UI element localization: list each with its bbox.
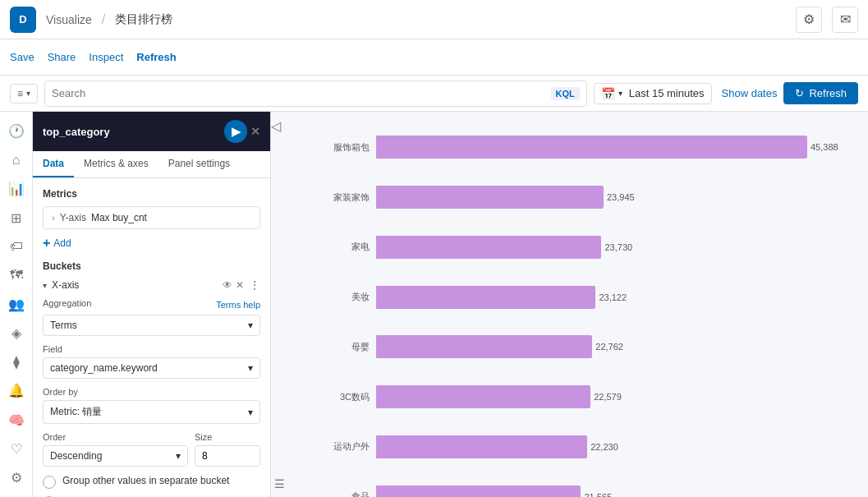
app-logo: D xyxy=(10,7,36,33)
bar-row: 美妆 23,122 xyxy=(327,286,807,309)
add-metric-row[interactable]: + Add xyxy=(43,236,260,251)
sidebar-icon-settings[interactable]: ⚙ xyxy=(3,465,30,490)
search-input-wrap: KQL xyxy=(44,81,587,107)
refresh-button[interactable]: ↻ Refresh xyxy=(783,82,858,104)
bar[interactable] xyxy=(376,485,581,497)
bar-label: 食品 xyxy=(327,490,370,497)
panel-header: top_category ▶ ✕ xyxy=(33,112,270,151)
field-select[interactable]: category_name.keyword ▾ xyxy=(43,357,260,379)
bar-row: 家装家饰 23,945 xyxy=(327,186,807,209)
share-button[interactable]: Share xyxy=(48,51,76,63)
chart-container: 服饰箱包 45,388 家装家饰 23,945 家电 23,730 美妆 23,… xyxy=(278,125,848,484)
bar-value: 23,730 xyxy=(604,242,842,252)
size-label: Size xyxy=(195,432,260,442)
aggregation-select[interactable]: Terms ▾ xyxy=(43,315,260,336)
order-by-value: Metric: 销量 xyxy=(50,405,102,419)
refresh-button-label: Refresh xyxy=(809,87,847,99)
bar-wrap: 23,945 xyxy=(376,186,807,209)
sidebar-icon-map[interactable]: 🗺 xyxy=(3,263,30,288)
bar-value: 23,945 xyxy=(607,192,842,202)
size-input[interactable] xyxy=(195,445,260,467)
bar-value: 22,230 xyxy=(590,442,842,452)
time-range-control[interactable]: 📅 ▾ Last 15 minutes xyxy=(594,83,712,104)
y-axis-label: Y-axis xyxy=(60,212,86,223)
bar-wrap: 22,579 xyxy=(376,385,807,408)
bar-value: 45,388 xyxy=(811,142,842,152)
filter-chevron-icon: ▾ xyxy=(26,89,30,98)
tab-panel-settings[interactable]: Panel settings xyxy=(158,151,240,177)
filter-toggle[interactable]: ≡ ▾ xyxy=(10,84,38,104)
search-input[interactable] xyxy=(52,87,551,99)
bar[interactable] xyxy=(376,335,592,358)
refresh-action-button[interactable]: Refresh xyxy=(136,51,176,63)
sidebar-icon-grid[interactable]: ⊞ xyxy=(3,205,30,230)
field-value: category_name.keyword xyxy=(50,362,158,374)
panel-close-button[interactable]: ✕ xyxy=(250,125,260,138)
bar-chart: 服饰箱包 45,388 家装家饰 23,945 家电 23,730 美妆 23,… xyxy=(278,125,848,497)
inspect-button[interactable]: Inspect xyxy=(89,51,123,63)
sidebar-icon-home[interactable]: ⌂ xyxy=(3,147,30,173)
sidebar-icon-users[interactable]: 👥 xyxy=(3,292,30,317)
sidebar-icon-alert[interactable]: 🔔 xyxy=(3,378,30,403)
refresh-icon: ↻ xyxy=(795,87,804,99)
dots-icon[interactable]: ⋮ xyxy=(249,278,260,292)
sidebar-icon-heart[interactable]: ♡ xyxy=(3,436,30,462)
actionbar: Save Share Inspect Refresh xyxy=(0,39,868,76)
order-chevron-icon: ▾ xyxy=(176,450,181,462)
xaxis-chevron-icon: ▾ xyxy=(43,281,47,290)
tab-metrics-axes[interactable]: Metrics & axes xyxy=(74,151,158,177)
tab-data[interactable]: Data xyxy=(33,151,74,177)
sidebar-icon-shapes[interactable]: ◈ xyxy=(3,320,30,346)
panel-run-button[interactable]: ▶ xyxy=(224,120,247,143)
filter-icon: ≡ xyxy=(17,88,23,99)
eye-icon[interactable]: 👁 xyxy=(223,279,232,291)
time-range-chevron-icon: ▾ xyxy=(618,89,622,98)
bar[interactable] xyxy=(376,435,587,458)
x-axis-label: X-axis xyxy=(52,279,218,291)
bar-wrap: 22,762 xyxy=(376,335,807,358)
x-remove-icon[interactable]: ✕ xyxy=(236,279,244,291)
bar[interactable] xyxy=(376,186,604,209)
show-dates-button[interactable]: Show dates xyxy=(722,87,778,99)
bar[interactable] xyxy=(376,236,601,259)
sidebar-icon-layers[interactable]: ⧫ xyxy=(3,349,30,375)
order-size-row: Order Descending ▾ Size xyxy=(43,432,260,467)
terms-help-link[interactable]: Terms help xyxy=(216,300,260,310)
group-other-checkbox[interactable] xyxy=(43,476,56,489)
sidebar-icon-tag[interactable]: 🏷 xyxy=(3,234,30,260)
metric-row[interactable]: › Y-axis Max buy_cnt xyxy=(43,206,260,229)
sidebar-icon-chart[interactable]: 📊 xyxy=(3,176,30,201)
order-select[interactable]: Descending ▾ xyxy=(43,445,188,467)
mail-icon[interactable]: ✉ xyxy=(832,7,858,33)
bar-wrap: 21,565 xyxy=(376,485,807,497)
dashboard-title: 类目排行榜 xyxy=(115,12,172,27)
kql-badge[interactable]: KQL xyxy=(551,87,580,100)
size-col: Size xyxy=(195,432,260,467)
bar[interactable] xyxy=(376,286,595,309)
aggregation-chevron-icon: ▾ xyxy=(248,320,253,331)
visualize-label: Visualize xyxy=(46,13,92,26)
order-value: Descending xyxy=(50,450,102,462)
bar-wrap: 23,730 xyxy=(376,236,807,259)
bar[interactable] xyxy=(376,136,807,159)
bar-wrap: 22,230 xyxy=(376,435,807,458)
order-by-group: Order by Metric: 销量 ▾ xyxy=(43,387,260,424)
bar-label: 服饰箱包 xyxy=(327,141,370,154)
topbar: D Visualize / 类目排行榜 ⚙ ✉ xyxy=(0,0,868,39)
order-by-select[interactable]: Metric: 销量 ▾ xyxy=(43,400,260,424)
sidebar-icon-clock[interactable]: 🕐 xyxy=(3,118,30,144)
bar-label: 运动户外 xyxy=(327,440,370,453)
add-label: Add xyxy=(53,237,71,249)
bar-wrap: 45,388 xyxy=(376,136,807,159)
save-button[interactable]: Save xyxy=(10,51,34,63)
sidebar-icon-brain[interactable]: 🧠 xyxy=(3,407,30,433)
order-by-label: Order by xyxy=(43,387,260,397)
order-col: Order Descending ▾ xyxy=(43,432,188,467)
bar[interactable] xyxy=(376,385,590,408)
bar-row: 服饰箱包 45,388 xyxy=(327,136,807,159)
field-chevron-icon: ▾ xyxy=(248,362,253,374)
legend-icon[interactable]: ☰ xyxy=(274,477,285,490)
bar-value: 22,762 xyxy=(595,342,842,352)
order-label: Order xyxy=(43,432,188,442)
settings-icon[interactable]: ⚙ xyxy=(796,7,822,33)
